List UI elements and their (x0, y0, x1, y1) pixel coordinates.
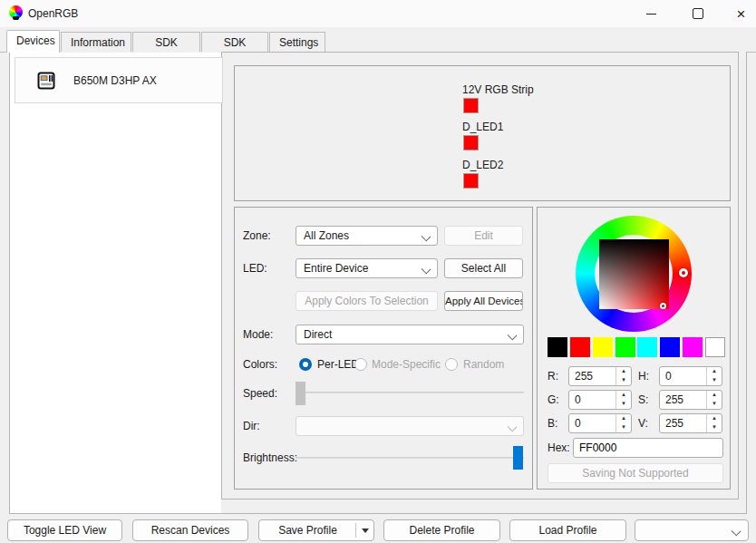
swatch-green[interactable] (615, 337, 635, 357)
radio-per-led[interactable] (299, 358, 312, 371)
zone-select-value: All Zones (304, 229, 349, 242)
chevron-down-icon (508, 422, 518, 432)
radio-mode-specific-label: Mode-Specific (372, 358, 441, 372)
window-title: OpenRGB (28, 7, 78, 20)
save-color-button[interactable]: Saving Not Supported (548, 463, 723, 483)
green-value: 0 (569, 391, 615, 409)
spinner-arrows-icon[interactable]: ▲▼ (615, 391, 631, 409)
hue-value: 0 (660, 367, 706, 385)
select-all-button[interactable]: Select All (444, 258, 523, 278)
saturation-spinbox[interactable]: 255 ▲▼ (659, 390, 722, 410)
spinner-arrows-icon[interactable]: ▲▼ (706, 367, 722, 385)
radio-random[interactable] (445, 358, 458, 371)
saturation-value-handle[interactable] (660, 303, 666, 309)
speed-label: Speed: (243, 387, 277, 401)
radio-random-label: Random (463, 358, 504, 372)
chevron-down-icon (508, 331, 518, 341)
profile-combo[interactable] (635, 519, 749, 541)
zone-select[interactable]: All Zones (296, 226, 438, 246)
hex-label: Hex: (548, 441, 570, 455)
spinner-arrows-icon[interactable]: ▲▼ (706, 414, 722, 432)
tab-devices[interactable]: Devices (6, 30, 60, 53)
tab-settings[interactable]: Settings (269, 32, 325, 53)
spinner-arrows-icon[interactable]: ▲▼ (615, 367, 631, 385)
led-swatch-12v-rgb-strip[interactable] (463, 98, 479, 113)
close-button[interactable]: × (721, 0, 756, 27)
spinner-arrows-icon[interactable]: ▲▼ (615, 414, 631, 432)
speed-slider-handle[interactable] (296, 382, 305, 405)
mode-label: Mode: (243, 328, 273, 342)
motherboard-icon (37, 72, 55, 90)
saturation-value: 255 (660, 391, 706, 409)
swatch-black[interactable] (548, 337, 567, 357)
saturation-value-square[interactable] (599, 239, 669, 309)
brightness-slider-handle[interactable] (513, 446, 523, 470)
dropdown-arrow-icon[interactable] (362, 528, 369, 533)
split-divider (355, 523, 356, 538)
minimize-icon (646, 14, 656, 15)
zone-preview-label: D_LED1 (462, 121, 503, 133)
mode-controls-box (234, 207, 533, 490)
zone-preview-label: 12V RGB Strip (462, 83, 534, 96)
zone-label: Zone: (243, 229, 271, 243)
apply-all-devices-button[interactable]: Apply All Devices (444, 291, 523, 311)
spinner-arrows-icon[interactable]: ▲▼ (706, 391, 722, 409)
led-swatch-d-led2[interactable] (463, 173, 479, 189)
minimize-button[interactable] (631, 0, 672, 27)
brightness-label: Brightness: (243, 451, 297, 465)
swatch-red[interactable] (570, 337, 590, 357)
blue-spinbox[interactable]: 0 ▲▼ (568, 413, 632, 433)
swatch-white[interactable] (705, 337, 725, 357)
dir-select[interactable] (296, 416, 524, 436)
red-label: R: (548, 370, 558, 383)
rescan-devices-button[interactable]: Rescan Devices (132, 519, 248, 541)
tab-sdk-client[interactable]: SDK Client (201, 32, 268, 53)
value-value: 255 (660, 414, 706, 432)
device-list (10, 53, 221, 513)
value-label: V: (638, 417, 648, 431)
saturation-label: S: (638, 393, 648, 407)
load-profile-button[interactable]: Load Profile (509, 519, 626, 541)
led-select-value: Entire Device (304, 262, 368, 275)
chevron-down-icon (732, 527, 741, 537)
hue-label: H: (638, 370, 649, 383)
tab-information[interactable]: Information (61, 32, 131, 53)
device-list-item[interactable]: B650M D3HP AX (15, 57, 223, 103)
save-profile-label: Save Profile (278, 524, 337, 537)
hue-spinbox[interactable]: 0 ▲▼ (659, 366, 722, 386)
edit-zone-button[interactable]: Edit (444, 226, 523, 246)
colors-label: Colors: (243, 358, 277, 372)
color-swatch-row (548, 337, 725, 357)
led-select[interactable]: Entire Device (296, 258, 438, 278)
brightness-slider-track[interactable] (296, 457, 524, 459)
apply-colors-to-selection-button[interactable]: Apply Colors To Selection (296, 291, 438, 311)
led-label: LED: (243, 262, 267, 276)
device-name: B650M D3HP AX (73, 74, 157, 87)
blue-label: B: (548, 417, 557, 431)
swatch-blue[interactable] (660, 337, 680, 357)
save-profile-button[interactable]: Save Profile (258, 519, 374, 541)
swatch-cyan[interactable] (637, 337, 657, 357)
green-spinbox[interactable]: 0 ▲▼ (568, 390, 632, 410)
red-value: 255 (569, 367, 615, 385)
red-spinbox[interactable]: 255 ▲▼ (568, 366, 632, 386)
maximize-button[interactable] (677, 0, 718, 27)
radio-mode-specific[interactable] (354, 358, 367, 371)
tab-sdk-server[interactable]: SDK Server (132, 32, 200, 53)
dir-label: Dir: (243, 420, 260, 433)
hue-wheel-handle[interactable] (679, 268, 688, 277)
toggle-led-view-button[interactable]: Toggle LED View (7, 519, 122, 541)
openrgb-logo-base (13, 16, 19, 20)
value-spinbox[interactable]: 255 ▲▼ (659, 413, 722, 433)
led-swatch-d-led1[interactable] (463, 135, 479, 150)
delete-profile-button[interactable]: Delete Profile (383, 519, 500, 541)
maximize-icon (693, 8, 703, 19)
green-label: G: (548, 393, 559, 407)
swatch-yellow[interactable] (593, 337, 613, 357)
hex-input[interactable] (573, 438, 723, 458)
close-icon: × (737, 6, 746, 22)
swatch-magenta[interactable] (683, 337, 703, 357)
speed-slider-track[interactable] (296, 392, 524, 393)
mode-select[interactable]: Direct (296, 325, 524, 344)
zone-preview-label: D_LED2 (462, 159, 503, 171)
